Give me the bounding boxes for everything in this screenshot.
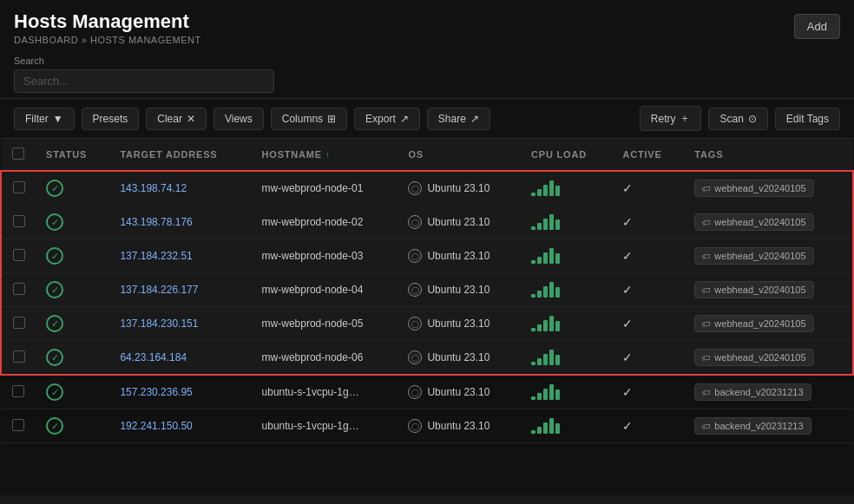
tag-label: backend_v20231213: [714, 387, 803, 397]
col-checkbox: [1, 139, 36, 171]
cpu-bar: [549, 248, 554, 264]
row-tag-cell: 🏷webhead_v20240105: [684, 171, 853, 206]
row-status-cell: ✓: [36, 409, 109, 443]
row-ip-cell: 137.184.230.151: [109, 307, 251, 341]
retry-label: Retry: [651, 113, 676, 125]
cpu-bar: [555, 287, 560, 298]
filter-button[interactable]: Filter ▼: [14, 108, 75, 130]
tag-label: webhead_v20240105: [714, 183, 805, 193]
row-checkbox[interactable]: [13, 181, 25, 193]
row-os-cell: ◯Ubuntu 23.10: [397, 375, 521, 409]
columns-button[interactable]: Columns ⊞: [271, 108, 347, 130]
filter-label: Filter: [25, 113, 49, 125]
row-active-cell: ✓: [612, 206, 684, 239]
tag-badge: 🏷webhead_v20240105: [694, 349, 813, 366]
retry-button[interactable]: Retry ＋: [640, 106, 702, 131]
header-row: STATUS TARGET ADDRESS HOSTNAME ↑ OS CPU …: [1, 139, 853, 171]
page-header: Hosts Management DASHBOARD » HOSTS MANAG…: [0, 0, 854, 49]
row-status-cell: ✓: [36, 375, 109, 409]
cpu-bar: [537, 189, 542, 196]
row-checkbox[interactable]: [13, 317, 25, 329]
clear-button[interactable]: Clear ✕: [146, 108, 207, 130]
tag-label: webhead_v20240105: [714, 285, 805, 295]
cpu-bar: [555, 355, 560, 365]
row-status-cell: ✓: [36, 206, 109, 239]
row-os-cell: ◯Ubuntu 23.10: [397, 307, 521, 341]
cpu-bar: [543, 185, 548, 196]
row-checkbox[interactable]: [13, 249, 25, 261]
presets-button[interactable]: Presets: [82, 108, 140, 130]
table-row: ✓143.198.78.176mw-webprod-node-02◯Ubuntu…: [1, 206, 853, 239]
row-active-cell: ✓: [612, 375, 684, 409]
cpu-bar: [549, 180, 554, 196]
active-checkmark: ✓: [622, 283, 633, 297]
search-input[interactable]: [14, 69, 274, 93]
cpu-bar: [543, 422, 548, 434]
hosts-table: STATUS TARGET ADDRESS HOSTNAME ↑ OS CPU …: [0, 139, 854, 443]
active-checkmark: ✓: [622, 350, 633, 364]
edit-tags-button[interactable]: Edit Tags: [775, 108, 840, 130]
ip-address-link[interactable]: 143.198.78.176: [120, 216, 192, 228]
os-icon: ◯: [408, 419, 422, 433]
cpu-bars: [531, 384, 601, 400]
filter-icon: ▼: [53, 113, 63, 125]
row-checkbox[interactable]: [13, 350, 25, 363]
row-status-cell: ✓: [36, 171, 109, 206]
cpu-bar: [537, 427, 542, 434]
ip-address-link[interactable]: 137.184.232.51: [120, 250, 192, 262]
tag-label: backend_v20231213: [714, 421, 803, 431]
row-tag-cell: 🏷webhead_v20240105: [684, 239, 853, 273]
active-checkmark: ✓: [622, 249, 633, 263]
scan-button[interactable]: Scan ⊙: [708, 108, 767, 130]
row-checkbox[interactable]: [12, 385, 24, 397]
tag-icon: 🏷: [702, 218, 711, 227]
os-icon: ◯: [408, 317, 422, 331]
col-os: OS: [397, 139, 521, 171]
add-button[interactable]: Add: [794, 14, 840, 39]
cpu-bar: [531, 294, 535, 298]
os-icon: ◯: [408, 181, 422, 195]
os-icon: ◯: [408, 215, 422, 229]
breadcrumb-current: HOSTS MANAGEMENT: [90, 35, 201, 45]
row-checkbox[interactable]: [12, 419, 24, 431]
cpu-bar: [549, 418, 554, 434]
tag-icon: 🏷: [702, 422, 711, 431]
os-icon: ◯: [408, 249, 422, 263]
active-checkmark: ✓: [622, 385, 633, 399]
row-active-cell: ✓: [612, 341, 684, 376]
cpu-bar: [531, 328, 535, 331]
tag-icon: 🏷: [702, 285, 711, 295]
ip-address-link[interactable]: 143.198.74.12: [120, 182, 187, 194]
share-button[interactable]: Share ↗: [427, 108, 490, 130]
row-cpu-cell: [521, 273, 612, 307]
select-all-checkbox[interactable]: [12, 147, 24, 160]
row-checkbox[interactable]: [13, 215, 25, 227]
row-ip-cell: 143.198.74.12: [109, 171, 251, 206]
cpu-bars: [531, 350, 601, 365]
os-name: Ubuntu 23.10: [427, 317, 489, 330]
row-active-cell: ✓: [612, 409, 684, 443]
row-cpu-cell: [521, 409, 612, 443]
row-ip-cell: 137.184.226.177: [109, 273, 251, 307]
table-row: ✓64.23.164.184mw-webprod-node-06◯Ubuntu …: [1, 341, 853, 376]
row-hostname-cell: mw-webprod-node-04: [252, 273, 398, 307]
breadcrumb-sep: »: [82, 35, 88, 45]
ip-address-link[interactable]: 192.241.150.50: [120, 420, 192, 432]
row-hostname-cell: mw-webprod-node-05: [252, 307, 398, 341]
os-icon: ◯: [408, 385, 422, 399]
export-button[interactable]: Export ↗: [354, 108, 420, 130]
ip-address-link[interactable]: 137.184.226.177: [120, 284, 198, 296]
row-tag-cell: 🏷webhead_v20240105: [684, 273, 853, 307]
row-checkbox[interactable]: [13, 283, 25, 295]
row-cpu-cell: [521, 239, 612, 273]
os-name: Ubuntu 23.10: [427, 250, 489, 262]
ip-address-link[interactable]: 157.230.236.95: [120, 386, 192, 398]
cpu-bars: [531, 214, 601, 230]
row-os-cell: ◯Ubuntu 23.10: [397, 239, 521, 273]
ip-address-link[interactable]: 64.23.164.184: [120, 351, 187, 363]
os-name: Ubuntu 23.10: [427, 386, 489, 398]
tag-badge: 🏷webhead_v20240105: [694, 281, 813, 298]
cpu-bar: [531, 396, 535, 400]
views-button[interactable]: Views: [214, 108, 264, 130]
ip-address-link[interactable]: 137.184.230.151: [120, 317, 198, 330]
